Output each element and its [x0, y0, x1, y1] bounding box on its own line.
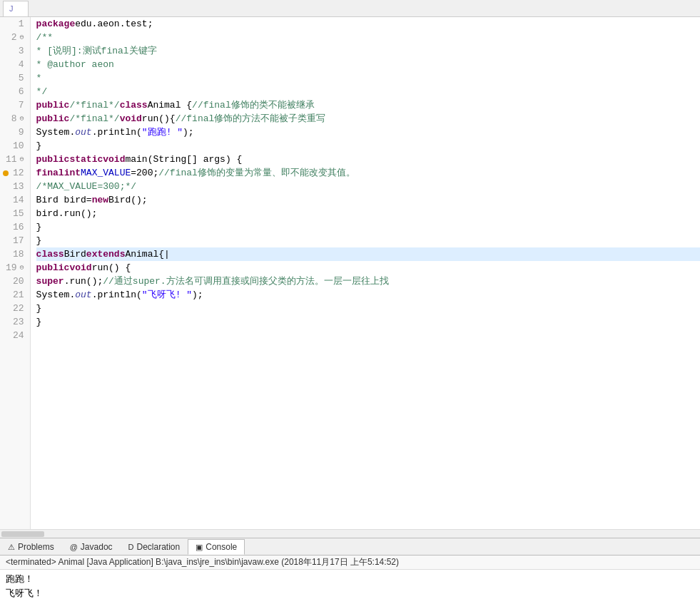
line-number: 11⊖	[3, 153, 24, 166]
token-kw: extends	[86, 247, 126, 261]
console-tab-label: Console	[206, 542, 237, 552]
token-normal: }	[36, 234, 42, 247]
line-number: 19⊖	[3, 261, 24, 275]
problems-tab-label: Problems	[18, 542, 54, 552]
line-number: 1	[3, 17, 24, 31]
line-numbers: 12⊖345678⊖91011⊖1213141516171819⊖2021222…	[0, 17, 31, 529]
scrollbar-thumb[interactable]	[1, 531, 44, 537]
line-number: 6	[3, 85, 24, 98]
bottom-tab-declaration[interactable]: DDeclaration	[121, 539, 188, 555]
token-normal: main(String[] args) {	[125, 153, 242, 166]
problems-tab-icon: ⚠	[8, 543, 15, 552]
token-kw: public	[36, 98, 70, 112]
file-tab[interactable]: J	[3, 1, 29, 16]
line-number: 20	[3, 275, 24, 288]
token-normal: run(){	[142, 112, 176, 126]
code-line: }	[36, 139, 700, 153]
line-number: 4	[3, 58, 24, 71]
token-kw: final	[36, 166, 64, 180]
console-tab-icon: ▣	[196, 543, 203, 552]
javadoc-tab-label: Javadoc	[81, 542, 113, 552]
fold-marker[interactable]: ⊖	[20, 153, 24, 166]
token-normal: }	[36, 220, 42, 234]
console-line: 跑跑！	[6, 573, 694, 587]
fold-marker[interactable]: ⊖	[20, 261, 24, 275]
token-normal: edu.aeon.test;	[75, 17, 153, 31]
token-cm: * [说明]:测试final关键字	[36, 44, 157, 58]
code-line: }	[36, 234, 700, 247]
horizontal-scrollbar[interactable]	[0, 529, 700, 538]
code-line: *	[36, 71, 700, 85]
fold-marker[interactable]: ⊖	[20, 31, 24, 44]
token-out: out	[75, 288, 91, 302]
token-cm: //final修饰的变量为常量、即不能改变其值。	[158, 166, 355, 180]
token-normal: Animal{|	[125, 247, 169, 261]
token-normal: =200;	[131, 166, 158, 180]
token-normal: }	[36, 139, 42, 153]
line-number: 14	[3, 193, 24, 207]
token-kw: public	[36, 261, 70, 275]
code-line: }	[36, 302, 700, 315]
declaration-tab-icon: D	[128, 543, 134, 551]
bottom-tab-bar: ⚠Problems@JavadocDDeclaration▣Console	[0, 538, 700, 556]
token-out: out	[75, 126, 91, 139]
token-kw: int	[64, 166, 81, 180]
bottom-panel: ⚠Problems@JavadocDDeclaration▣Console <t…	[0, 538, 700, 604]
token-kw: static	[69, 153, 103, 166]
code-line: bird.run();	[36, 207, 700, 220]
line-number: 17	[3, 234, 24, 247]
java-file-icon: J	[9, 4, 14, 13]
token-normal: Animal {	[148, 98, 192, 112]
line-number: 8⊖	[3, 112, 24, 126]
token-normal: }	[36, 302, 42, 315]
token-cm: * @author aeon	[36, 58, 114, 71]
token-normal: bird.run();	[36, 207, 98, 220]
code-line: public /*final*/ class Animal { //final修…	[36, 98, 700, 112]
code-line: * [说明]:测试final关键字	[36, 44, 700, 58]
token-normal: run() {	[92, 261, 131, 275]
line-number: 5	[3, 71, 24, 85]
console-output: 跑跑！飞呀飞！	[0, 570, 700, 604]
token-normal: Bird	[64, 247, 86, 261]
bottom-tab-javadoc[interactable]: @Javadoc	[62, 539, 121, 555]
token-kw: new	[92, 193, 108, 207]
console-line: 飞呀飞！	[6, 587, 694, 601]
token-kw: package	[36, 17, 76, 31]
line-number: 24	[3, 329, 24, 342]
declaration-tab-label: Declaration	[137, 542, 181, 552]
token-cn: MAX_VALUE	[81, 166, 131, 180]
token-kw: public	[36, 112, 70, 126]
code-line: System.out.println("飞呀飞! ");	[36, 288, 700, 302]
code-line: final int MAX_VALUE=200; //final修饰的变量为常量…	[36, 166, 700, 180]
editor-container: 12⊖345678⊖91011⊖1213141516171819⊖2021222…	[0, 17, 700, 538]
token-kw: public	[36, 153, 70, 166]
code-line: System.out.println("跑跑! ");	[36, 126, 700, 139]
line-number: 3	[3, 44, 24, 58]
bottom-tab-console[interactable]: ▣Console	[188, 539, 245, 555]
token-normal: }	[36, 315, 42, 329]
code-line: public static void main(String[] args) {	[36, 153, 700, 166]
token-kw: void	[120, 112, 142, 126]
token-cm: /*final*/	[69, 112, 119, 126]
code-line: }	[36, 220, 700, 234]
line-number: 15	[3, 207, 24, 220]
line-number: 2⊖	[3, 31, 24, 44]
token-cm: */	[36, 85, 48, 98]
code-line	[36, 329, 700, 342]
fold-marker[interactable]: ⊖	[20, 112, 24, 126]
token-kw: super	[36, 275, 64, 288]
editor-window: J 12⊖345678⊖91011⊖1213141516171819⊖20212…	[0, 0, 700, 604]
tab-bar: J	[0, 0, 700, 17]
code-line: class Bird extends Animal{|	[36, 247, 700, 261]
code-area[interactable]: 12⊖345678⊖91011⊖1213141516171819⊖2021222…	[0, 17, 700, 529]
token-normal: .run();	[64, 275, 103, 288]
token-str: "跑跑! "	[142, 126, 183, 139]
bottom-tab-problems[interactable]: ⚠Problems	[0, 539, 62, 555]
code-line: */	[36, 85, 700, 98]
code-line: public /*final*/ void run(){ //final修饰的方…	[36, 112, 700, 126]
token-normal: );	[192, 288, 203, 302]
line-number: 7	[3, 98, 24, 112]
line-number: 12	[3, 166, 24, 180]
code-line: /**	[36, 31, 700, 44]
code-lines[interactable]: package edu.aeon.test;/** * [说明]:测试final…	[31, 17, 700, 529]
